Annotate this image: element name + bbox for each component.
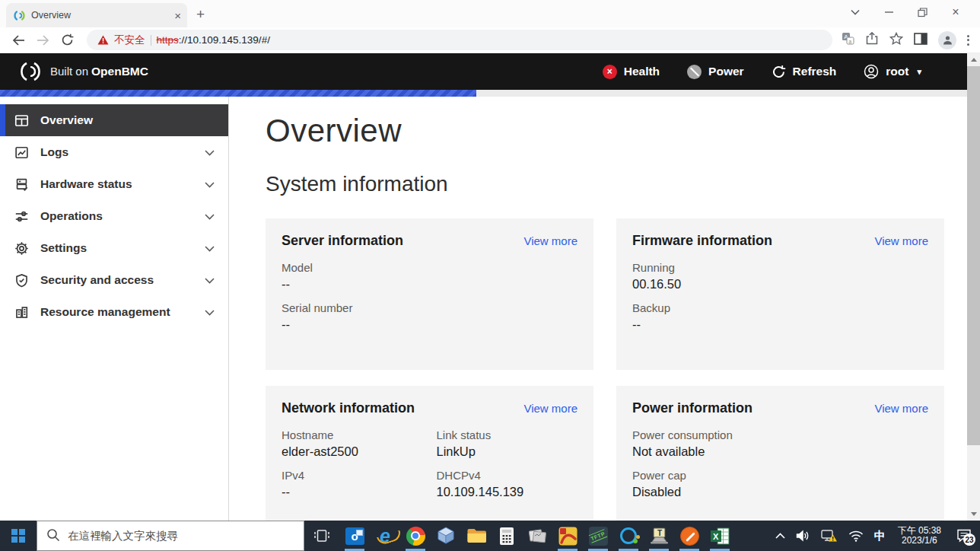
view-more-link[interactable]: View more — [523, 234, 578, 247]
teraterm-icon: T — [649, 527, 670, 545]
address-bar[interactable]: 不安全 https://10.109.145.139/#/ — [87, 30, 832, 50]
sidebar-item-settings[interactable]: Settings — [0, 232, 228, 264]
card-title: Network information — [282, 400, 415, 416]
field-label: IPv4 — [282, 469, 423, 482]
field-label: Serial number — [282, 301, 578, 314]
user-caret-icon: ▾ — [917, 67, 921, 77]
page-scrollbar[interactable] — [967, 53, 980, 521]
browser-profile-avatar[interactable] — [938, 31, 956, 49]
taskbar-app-chrome[interactable] — [400, 521, 431, 551]
file-explorer-icon — [466, 527, 487, 544]
taskbar-app-internet-explorer[interactable]: e — [370, 521, 400, 551]
tray-date: 2023/1/6 — [902, 536, 937, 546]
virtualbox-icon — [436, 526, 456, 546]
sidebar-item-operations[interactable]: Operations — [0, 200, 228, 232]
field-value: -- — [282, 317, 578, 332]
view-more-link[interactable]: View more — [874, 234, 928, 247]
sidebar-item-overview[interactable]: Overview — [0, 104, 228, 136]
tray-notification-center[interactable]: 23 — [948, 521, 980, 551]
windows-taskbar: o e — [0, 521, 980, 551]
power-status-icon — [687, 65, 702, 79]
field-value: 00.16.50 — [632, 277, 928, 291]
sidebar-item-label: Security and access — [40, 273, 154, 287]
field-value: 10.109.145.139 — [437, 485, 578, 499]
window-close-button[interactable]: × — [939, 1, 972, 24]
view-more-link[interactable]: View more — [523, 402, 578, 415]
scrollbar-thumb[interactable] — [967, 66, 980, 445]
window-minimize-button[interactable] — [872, 1, 905, 24]
split-screen-icon[interactable] — [914, 33, 928, 48]
tray-wifi-icon[interactable] — [843, 521, 869, 551]
tray-ime-indicator[interactable]: 中 — [869, 521, 891, 551]
health-button[interactable]: × Health — [603, 65, 660, 79]
taskbar-app-tftp[interactable]: TFTP — [583, 521, 613, 551]
reload-button[interactable] — [56, 30, 78, 51]
taskbar-app-fax[interactable] — [522, 521, 552, 551]
fax-app-icon — [527, 527, 547, 545]
card-title: Power information — [632, 400, 752, 416]
translate-icon[interactable]: A a — [842, 32, 854, 48]
sidebar-item-logs[interactable]: Logs — [0, 136, 228, 168]
sidebar-item-resource-management[interactable]: Resource management — [0, 296, 228, 328]
sidebar-item-label: Settings — [40, 241, 87, 255]
screen: Overview × + × — [0, 0, 980, 551]
tray-show-hidden-icons[interactable] — [770, 521, 791, 551]
taskbar-app-file-explorer[interactable] — [461, 521, 492, 551]
svg-text:a: a — [848, 39, 851, 44]
tray-hardware-warning-icon[interactable] — [816, 521, 843, 551]
back-button[interactable] — [8, 30, 29, 51]
sidebar-item-security-and-access[interactable]: Security and access — [0, 264, 228, 296]
security-label[interactable]: 不安全 — [114, 33, 145, 47]
outlook-icon: o — [345, 527, 364, 545]
new-tab-button[interactable]: + — [196, 6, 205, 23]
power-button[interactable]: Power — [687, 65, 744, 79]
openbmc-brand: Built onOpenBMC — [20, 61, 148, 82]
scroll-down-button[interactable] — [967, 508, 980, 521]
tray-clock[interactable]: 下午 05:38 2023/1/6 — [891, 521, 948, 551]
taskbar-app-virtualbox[interactable] — [431, 521, 461, 551]
sidebar-item-hardware-status[interactable]: Hardware status — [0, 168, 228, 200]
search-input[interactable] — [37, 521, 304, 550]
share-icon[interactable] — [865, 32, 879, 48]
resource-management-icon — [14, 305, 29, 320]
task-view-button[interactable] — [304, 521, 339, 551]
view-more-link[interactable]: View more — [874, 402, 928, 415]
tab-search-chevron-icon[interactable] — [838, 1, 872, 24]
mobaxterm-icon — [558, 527, 578, 546]
tray-volume-icon[interactable] — [791, 521, 816, 551]
window-restore-button[interactable] — [905, 1, 939, 24]
main-content: Overview System information Server infor… — [229, 97, 967, 521]
taskbar-app-mobaxterm[interactable] — [552, 521, 583, 551]
chevron-down-icon — [205, 273, 215, 287]
tab-close-icon[interactable]: × — [174, 10, 181, 21]
brand-text: Built onOpenBMC — [50, 65, 148, 78]
taskbar-app-teraterm[interactable]: T — [644, 521, 674, 551]
browser-tab[interactable]: Overview × — [6, 3, 187, 27]
svg-text:X: X — [713, 531, 719, 540]
bmc-header: Built onOpenBMC × Health Power — [0, 53, 967, 90]
refresh-button[interactable]: Refresh — [772, 65, 837, 79]
taskbar-app-orange[interactable] — [674, 521, 705, 551]
taskbar-app-calculator[interactable] — [492, 521, 522, 551]
forward-button[interactable] — [32, 30, 53, 51]
tftp-icon: TFTP — [589, 527, 608, 546]
field-value: -- — [282, 277, 578, 291]
address-divider — [151, 35, 151, 46]
chevron-down-icon — [205, 209, 215, 223]
field-label: Hostname — [282, 428, 423, 441]
openbmc-favicon — [14, 10, 25, 21]
taskbar-app-excel[interactable]: X — [705, 521, 735, 551]
section-title: System information — [266, 172, 967, 196]
favorites-star-icon[interactable] — [889, 32, 903, 48]
taskbar-app-outlook[interactable]: o — [339, 521, 370, 551]
taskbar-app-chat[interactable] — [613, 521, 644, 551]
svg-text:T: T — [657, 529, 662, 537]
chevron-down-icon — [205, 305, 215, 319]
notification-count-badge: 23 — [963, 533, 975, 546]
browser-menu-icon[interactable] — [967, 35, 969, 46]
taskbar-search-box[interactable] — [37, 521, 304, 551]
start-button[interactable] — [0, 521, 37, 551]
url-text[interactable]: https://10.109.145.139/#/ — [157, 34, 270, 46]
user-menu-button[interactable]: root ▾ — [864, 64, 921, 79]
scroll-up-button[interactable] — [967, 53, 980, 66]
